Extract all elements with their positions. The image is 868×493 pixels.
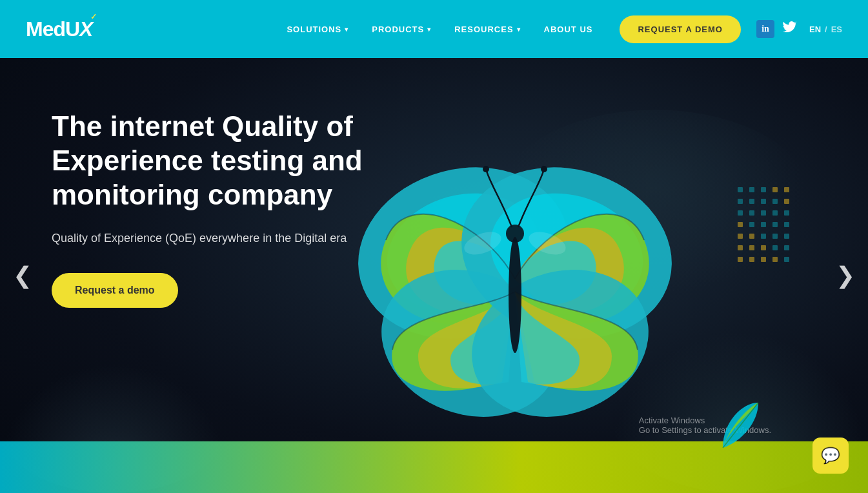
svg-point-8 [483,166,489,172]
svg-point-9 [541,166,547,172]
carousel-prev-button[interactable]: ❮ [13,262,32,289]
lang-switcher: EN / ES [809,25,842,34]
lang-divider: / [825,25,827,34]
hero-demo-button[interactable]: Request a demo [52,273,178,308]
svg-point-7 [506,225,524,243]
lang-es[interactable]: ES [831,25,842,34]
nav-resources[interactable]: RESOURCES ▾ [443,25,532,34]
leaf-logo-decoration [710,396,768,454]
decorative-dots [738,187,791,263]
navbar: MedUX✓ SOLUTIONS ▾ PRODUCTS ▾ RESOURCES … [0,0,868,58]
chevron-down-icon: ▾ [517,26,521,33]
nav-links: SOLUTIONS ▾ PRODUCTS ▾ RESOURCES ▾ ABOUT… [275,25,604,34]
logo[interactable]: MedUX✓ [26,17,92,41]
social-links: in [756,20,796,38]
twitter-icon[interactable] [782,21,796,37]
request-demo-button[interactable]: REQUEST A DEMO [620,15,741,43]
nav-solutions[interactable]: SOLUTIONS ▾ [275,25,360,34]
nav-products[interactable]: PRODUCTS ▾ [360,25,443,34]
lang-en[interactable]: EN [809,25,821,34]
chevron-down-icon: ▾ [427,26,431,33]
hero-section: The internet Quality of Experience testi… [0,58,868,493]
hero-title: The internet Quality of Experience testi… [52,110,407,212]
svg-point-6 [509,237,521,353]
hero-subtitle: Quality of Experience (QoE) everywhere i… [52,230,407,247]
chat-icon: 💬 [821,447,840,465]
linkedin-icon[interactable]: in [756,20,774,38]
chevron-down-icon: ▾ [345,26,348,33]
nav-about-us[interactable]: ABOUT US [532,25,605,34]
chat-widget[interactable]: 💬 [812,438,849,474]
carousel-next-button[interactable]: ❯ [836,262,855,289]
hero-content: The internet Quality of Experience testi… [52,110,407,308]
